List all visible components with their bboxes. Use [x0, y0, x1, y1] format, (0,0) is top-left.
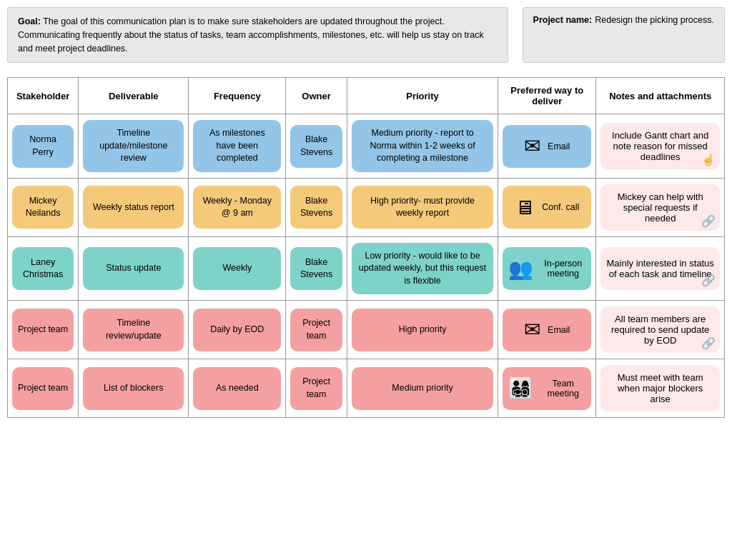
- notes-cell: All team members are required to send up…: [596, 301, 725, 359]
- deliverable-cell: Timeline review/update: [79, 301, 189, 359]
- table-row: Project team Timeline review/update Dail…: [8, 301, 725, 359]
- deliverable-card: List of blockers: [83, 367, 184, 410]
- col-frequency: Frequency: [189, 78, 286, 114]
- deliver-label: Team meeting: [540, 379, 585, 399]
- deliver-card: ✉ Email: [503, 125, 591, 168]
- priority-cell: High priority: [347, 301, 498, 359]
- priority-card: High priority: [352, 309, 493, 351]
- stakeholder-cell: Norma Perry: [8, 114, 79, 179]
- stakeholder-card: Project team: [12, 367, 74, 410]
- laptop-icon: 🖥: [515, 196, 535, 219]
- owner-card: Blake Stevens: [290, 247, 342, 290]
- priority-card: Medium priority: [352, 367, 493, 410]
- priority-cell: Medium priority: [347, 359, 498, 418]
- notes-text: Include Gantt chart and note reason for …: [606, 130, 714, 162]
- notes-text: Mainly interested in status of each task…: [606, 258, 714, 279]
- stakeholder-cell: Laney Christmas: [8, 236, 79, 301]
- link-icon: 🔗: [701, 274, 716, 287]
- stakeholder-cell: Mickey Neilands: [8, 178, 79, 236]
- notes-cell: Include Gantt chart and note reason for …: [596, 114, 725, 179]
- notes-card: Include Gantt chart and note reason for …: [600, 123, 720, 169]
- deliver-label: Email: [548, 141, 570, 151]
- deliverable-card: Timeline update/milestone review: [83, 120, 184, 172]
- owner-card: Project team: [290, 309, 342, 351]
- deliver-label: Conf. call: [542, 202, 579, 212]
- notes-cell: Must meet with team when major blockers …: [596, 359, 725, 418]
- priority-card: High priority- must provide weekly repor…: [352, 186, 493, 229]
- project-name-box: Project name: Redesign the picking proce…: [523, 7, 725, 63]
- frequency-card: Weekly - Monday @ 9 am: [193, 186, 281, 229]
- priority-card: Low priority - would like to be updated …: [352, 243, 493, 295]
- stakeholder-card: Norma Perry: [12, 125, 74, 168]
- notes-text: All team members are required to send up…: [606, 314, 714, 346]
- deliver-card: 👨‍👩‍👧‍👦 Team meeting: [503, 367, 591, 410]
- owner-card: Blake Stevens: [290, 186, 342, 229]
- deliverable-cell: List of blockers: [79, 359, 189, 418]
- col-notes: Notes and attachments: [596, 78, 725, 114]
- deliver-card: ✉ Email: [503, 309, 591, 351]
- goal-label: Goal:: [18, 16, 41, 26]
- communication-table: Stakeholder Deliverable Frequency Owner …: [7, 77, 725, 418]
- goal-text: The goal of this communication plan is t…: [18, 16, 484, 54]
- people-icon: 👥: [508, 257, 533, 281]
- deliverable-card: Status update: [83, 247, 184, 290]
- deliver-cell: 👨‍👩‍👧‍👦 Team meeting: [498, 359, 596, 418]
- link-icon: 🔗: [701, 336, 716, 350]
- table-row: Norma Perry Timeline update/milestone re…: [8, 114, 725, 179]
- deliverable-cell: Weekly status report: [79, 178, 189, 236]
- deliverable-cell: Timeline update/milestone review: [79, 114, 189, 179]
- stakeholder-card: Mickey Neilands: [12, 186, 74, 229]
- frequency-card: As needed: [193, 367, 281, 410]
- frequency-cell: As needed: [189, 359, 286, 418]
- notes-text: Must meet with team when major blockers …: [606, 372, 714, 404]
- notes-card: Mickey can help with special requests if…: [600, 184, 720, 231]
- frequency-cell: Daily by EOD: [189, 301, 286, 359]
- notes-cell: Mickey can help with special requests if…: [596, 178, 725, 236]
- deliver-label: In-person meeting: [540, 259, 585, 279]
- table-row: Project team List of blockers As needed …: [8, 359, 725, 418]
- stakeholder-card: Project team: [12, 309, 74, 351]
- notes-card: Mainly interested in status of each task…: [600, 247, 720, 290]
- notes-card: Must meet with team when major blockers …: [600, 365, 720, 411]
- owner-card: Project team: [290, 367, 342, 410]
- project-name-label: Project name:: [533, 15, 593, 25]
- project-name-value: Redesign the picking process.: [595, 15, 714, 25]
- deliver-cell: ✉ Email: [498, 301, 596, 359]
- frequency-cell: As milestones have been completed: [189, 114, 286, 179]
- link-icon: 🔗: [701, 214, 716, 228]
- owner-cell: Project team: [286, 301, 347, 359]
- col-priority: Priority: [347, 78, 498, 114]
- stakeholder-cell: Project team: [8, 359, 79, 418]
- owner-cell: Project team: [286, 359, 347, 418]
- deliver-card: 🖥 Conf. call: [503, 186, 591, 229]
- col-stakeholder: Stakeholder: [8, 78, 79, 114]
- group-icon: 👨‍👩‍👧‍👦: [508, 376, 533, 400]
- deliver-cell: 🖥 Conf. call: [498, 178, 596, 236]
- priority-card: Medium priority - report to Norma within…: [352, 120, 493, 172]
- deliver-cell: 👥 In-person meeting: [498, 236, 596, 301]
- header-section: Goal: The goal of this communication pla…: [7, 7, 725, 63]
- table-row: Laney Christmas Status update Weekly Bla…: [8, 236, 725, 301]
- notes-text: Mickey can help with special requests if…: [606, 191, 714, 224]
- owner-cell: Blake Stevens: [286, 236, 347, 301]
- priority-cell: High priority- must provide weekly repor…: [347, 178, 498, 236]
- owner-cell: Blake Stevens: [286, 114, 347, 179]
- frequency-card: As milestones have been completed: [193, 120, 281, 172]
- deliver-cell: ✉ Email: [498, 114, 596, 179]
- table-row: Mickey Neilands Weekly status report Wee…: [8, 178, 725, 236]
- frequency-cell: Weekly - Monday @ 9 am: [189, 178, 286, 236]
- goal-box: Goal: The goal of this communication pla…: [7, 7, 508, 63]
- priority-cell: Medium priority - report to Norma within…: [347, 114, 498, 179]
- deliverable-card: Timeline review/update: [83, 309, 184, 351]
- notes-cell: Mainly interested in status of each task…: [596, 236, 725, 301]
- email-icon: ✉: [524, 134, 540, 158]
- frequency-card: Weekly: [193, 247, 281, 290]
- deliver-card: 👥 In-person meeting: [503, 247, 591, 290]
- priority-cell: Low priority - would like to be updated …: [347, 236, 498, 301]
- deliverable-card: Weekly status report: [83, 186, 184, 229]
- hand-icon: ☝: [701, 153, 716, 166]
- col-deliverable: Deliverable: [79, 78, 189, 114]
- email-icon: ✉: [524, 318, 540, 341]
- deliverable-cell: Status update: [79, 236, 189, 301]
- frequency-card: Daily by EOD: [193, 309, 281, 351]
